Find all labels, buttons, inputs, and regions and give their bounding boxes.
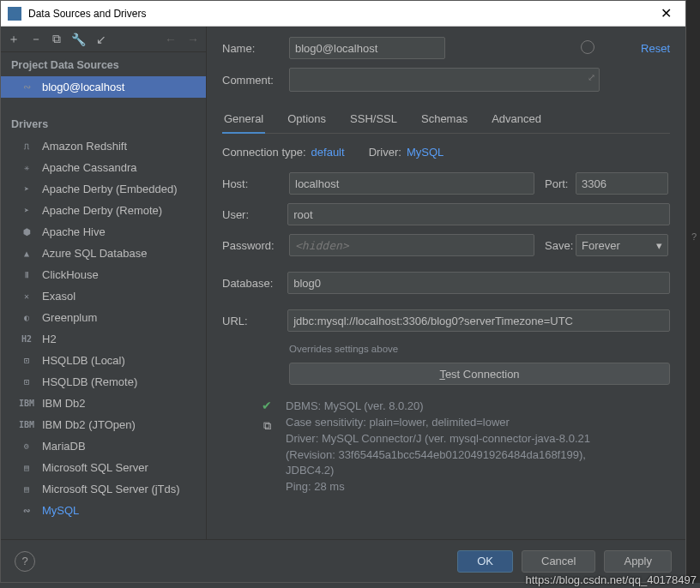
driver-label: ClickHouse: [42, 268, 99, 281]
status-block: ✔ ⧉ DBMS: MySQL (ver. 8.0.20) Case sensi…: [258, 399, 670, 495]
tab-advanced[interactable]: Advanced: [490, 107, 543, 133]
drivers-header: Drivers: [1, 111, 206, 135]
url-input[interactable]: [287, 309, 670, 332]
driver-label: Apache Cassandra: [42, 161, 137, 174]
comment-input[interactable]: ⤢: [289, 68, 600, 92]
save-select[interactable]: Forever ▾: [576, 234, 668, 256]
ok-button[interactable]: OK: [457, 550, 513, 573]
forward-icon[interactable]: →: [187, 33, 199, 46]
spinner-icon: [581, 40, 594, 54]
driver-label: H2: [42, 333, 57, 345]
driver-item[interactable]: ✕Exasol: [1, 285, 206, 307]
driver-icon: ⬢: [20, 226, 33, 238]
driver-item[interactable]: H2H2: [1, 328, 206, 350]
revert-icon[interactable]: ↙: [96, 33, 106, 46]
driver-icon: ✳: [20, 162, 33, 174]
url-hint: Overrides settings above: [289, 344, 670, 354]
status-line: Ping: 28 ms: [286, 479, 629, 495]
comment-label: Comment:: [222, 74, 289, 87]
wrench-icon[interactable]: 🔧: [71, 33, 86, 46]
driver-label: Microsoft SQL Server: [42, 461, 148, 474]
driver-icon: ⎍: [20, 141, 33, 153]
content-pane: Name: Reset Comment: ⤢ GeneralOptionsSSH…: [207, 27, 685, 539]
tab-schemas[interactable]: Schemas: [419, 107, 469, 133]
driver-label: Exasol: [42, 290, 75, 303]
status-line: DBMS: MySQL (ver. 8.0.20): [286, 399, 629, 415]
driver-icon: IBM: [20, 419, 33, 431]
conn-type-label: Connection type:: [222, 146, 306, 159]
driver-icon: ⊡: [20, 376, 33, 388]
data-source-label: blog0@localhost: [42, 81, 124, 93]
help-button[interactable]: ?: [15, 551, 35, 572]
driver-value[interactable]: MySQL: [407, 146, 444, 159]
copy-icon[interactable]: ⧉: [52, 32, 61, 46]
remove-icon[interactable]: －: [30, 32, 42, 47]
driver-item[interactable]: ⚙MariaDB: [1, 435, 206, 457]
driver-item[interactable]: ⎍Amazon Redshift: [1, 135, 206, 157]
driver-item[interactable]: ➤Apache Derby (Remote): [1, 200, 206, 221]
conn-type-value[interactable]: default: [311, 146, 345, 159]
driver-icon: ⫴: [20, 269, 33, 281]
driver-item[interactable]: ✳Apache Cassandra: [1, 157, 206, 178]
driver-icon: ➤: [20, 183, 33, 195]
sidebar: ＋ － ⧉ 🔧 ↙ ← → Project Data Sources ∾ blo…: [1, 27, 207, 539]
port-input[interactable]: [576, 172, 668, 195]
driver-item[interactable]: ▤Microsoft SQL Server (jTds): [1, 478, 206, 500]
driver-item[interactable]: ⊡HSQLDB (Local): [1, 350, 206, 371]
drivers-list[interactable]: ⎍Amazon Redshift✳Apache Cassandra➤Apache…: [1, 135, 206, 539]
app-icon: [8, 7, 21, 21]
reset-link[interactable]: Reset: [641, 42, 670, 55]
driver-item[interactable]: IBMIBM Db2: [1, 393, 206, 414]
tabs: GeneralOptionsSSH/SSLSchemasAdvanced: [222, 107, 670, 134]
driver-item[interactable]: ▤Microsoft SQL Server: [1, 457, 206, 478]
database-label: Database:: [222, 277, 287, 290]
clipboard-icon[interactable]: ⧉: [263, 419, 271, 433]
driver-label: IBM Db2: [42, 397, 86, 410]
titlebar: Data Sources and Drivers ✕: [1, 1, 685, 27]
driver-label: MySQL: [42, 504, 79, 517]
driver-label: Apache Derby (Embedded): [42, 183, 178, 195]
driver-icon: ◐: [20, 312, 33, 324]
sources-header: Project Data Sources: [1, 52, 206, 76]
driver-item[interactable]: ⫴ClickHouse: [1, 264, 206, 285]
add-icon[interactable]: ＋: [8, 32, 20, 47]
success-icon: ✔: [262, 399, 272, 412]
data-source-item[interactable]: ∾ blog0@localhost: [1, 76, 206, 98]
database-input[interactable]: [287, 272, 670, 294]
dialog: Data Sources and Drivers ✕ ＋ － ⧉ 🔧 ↙ ← →…: [0, 0, 686, 583]
test-connection-button[interactable]: Test Connection: [289, 363, 670, 385]
driver-label: Driver:: [369, 146, 401, 159]
driver-label: HSQLDB (Local): [42, 354, 125, 367]
url-label: URL:: [222, 315, 287, 327]
save-label: Save:: [534, 239, 576, 252]
driver-item[interactable]: ◐Greenplum: [1, 307, 206, 328]
sidebar-toolbar: ＋ － ⧉ 🔧 ↙ ← →: [1, 27, 206, 52]
close-button[interactable]: ✕: [653, 5, 679, 21]
driver-item[interactable]: ⬢Apache Hive: [1, 221, 206, 243]
name-input[interactable]: [289, 37, 445, 59]
driver-item[interactable]: ⊡HSQLDB (Remote): [1, 371, 206, 393]
driver-icon: H2: [20, 333, 33, 345]
tab-sshssl[interactable]: SSH/SSL: [348, 107, 399, 133]
host-input[interactable]: [289, 172, 534, 195]
driver-item[interactable]: ∾MySQL: [1, 500, 206, 521]
driver-item[interactable]: ▲Azure SQL Database: [1, 243, 206, 264]
tab-options[interactable]: Options: [286, 107, 328, 133]
password-label: Password:: [222, 239, 289, 252]
host-label: Host:: [222, 177, 289, 190]
tab-general[interactable]: General: [222, 107, 265, 134]
driver-label: Azure SQL Database: [42, 247, 147, 260]
cancel-button[interactable]: Cancel: [522, 550, 595, 573]
status-line: Driver: MySQL Connector/J (ver. mysql-co…: [286, 431, 629, 480]
apply-button[interactable]: Apply: [604, 550, 672, 573]
user-input[interactable]: [287, 203, 670, 225]
driver-label: Microsoft SQL Server (jTds): [42, 483, 180, 495]
driver-item[interactable]: IBMIBM Db2 (JTOpen): [1, 414, 206, 435]
password-input[interactable]: <hidden>: [289, 234, 534, 256]
name-label: Name:: [222, 42, 289, 55]
driver-item[interactable]: ➤Apache Derby (Embedded): [1, 178, 206, 200]
driver-icon: ▲: [20, 248, 33, 260]
driver-icon: IBM: [20, 398, 33, 410]
back-icon[interactable]: ←: [165, 33, 177, 46]
expand-icon[interactable]: ⤢: [588, 72, 595, 83]
